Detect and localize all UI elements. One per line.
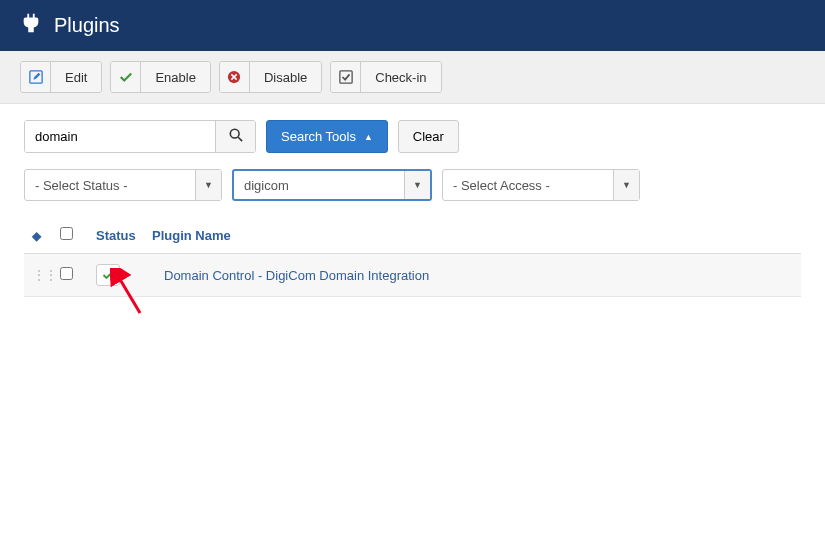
search-tools-button[interactable]: Search Tools ▲ xyxy=(266,120,388,153)
disable-button[interactable]: Disable xyxy=(219,61,322,93)
search-button[interactable] xyxy=(215,121,255,152)
toolbar: Edit Enable Disable Check-in xyxy=(0,51,825,104)
edit-button[interactable]: Edit xyxy=(20,61,102,93)
svg-point-3 xyxy=(230,129,239,138)
caret-down-icon: ▼ xyxy=(195,170,221,200)
caret-down-icon: ▼ xyxy=(404,171,430,199)
grip-icon: ⋮⋮ xyxy=(32,267,56,283)
page-title: Plugins xyxy=(54,14,120,37)
status-header[interactable]: Status xyxy=(96,228,152,243)
filters-row: - Select Status - ▼ digicom ▼ - Select A… xyxy=(0,161,825,217)
sort-icon: ◆ xyxy=(32,229,41,243)
search-group xyxy=(24,120,256,153)
status-toggle[interactable] xyxy=(96,264,120,286)
table-row: ⋮⋮ Domain Control - DigiCom Domain Integ… xyxy=(24,254,801,297)
checkin-button[interactable]: Check-in xyxy=(330,61,441,93)
search-icon xyxy=(229,128,243,145)
enable-button[interactable]: Enable xyxy=(110,61,210,93)
check-icon xyxy=(111,62,141,92)
caret-up-icon: ▲ xyxy=(364,132,373,142)
folder-select[interactable]: digicom ▼ xyxy=(232,169,432,201)
cancel-icon xyxy=(220,62,250,92)
row-checkbox[interactable] xyxy=(60,267,73,280)
edit-icon xyxy=(21,62,51,92)
check-all-header[interactable] xyxy=(60,227,96,243)
table-header: ◆ Status Plugin Name xyxy=(24,217,801,254)
clear-button[interactable]: Clear xyxy=(398,120,459,153)
search-input[interactable] xyxy=(25,121,215,152)
filter-bar: Search Tools ▲ Clear xyxy=(0,104,825,161)
checkbox-icon xyxy=(331,62,361,92)
sort-order-header[interactable]: ◆ xyxy=(32,228,60,243)
page-header: Plugins xyxy=(0,0,825,51)
access-select[interactable]: - Select Access - ▼ xyxy=(442,169,640,201)
plugin-table: ◆ Status Plugin Name ⋮⋮ Domain Control -… xyxy=(0,217,825,297)
plugin-link[interactable]: Domain Control - DigiCom Domain Integrat… xyxy=(152,268,429,283)
status-select[interactable]: - Select Status - ▼ xyxy=(24,169,222,201)
name-header[interactable]: Plugin Name xyxy=(152,228,793,243)
check-icon xyxy=(102,269,114,281)
drag-handle[interactable]: ⋮⋮ xyxy=(32,267,60,283)
plug-icon xyxy=(20,12,42,39)
check-all[interactable] xyxy=(60,227,73,240)
caret-down-icon: ▼ xyxy=(613,170,639,200)
svg-rect-2 xyxy=(340,71,352,83)
